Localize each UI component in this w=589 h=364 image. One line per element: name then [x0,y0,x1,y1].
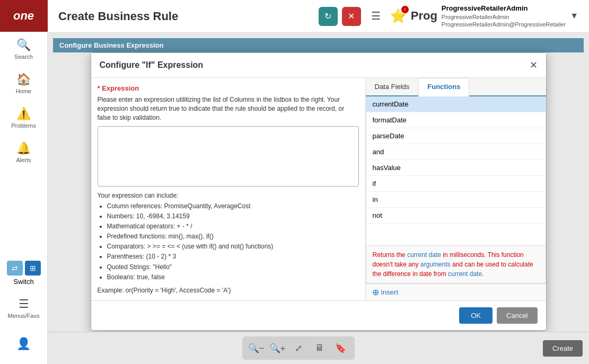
tabs-bar: Data Fields Functions [366,78,546,96]
logo-text: one [13,9,34,23]
menu-button[interactable]: ☰ [366,6,385,25]
header-user-area: ☰ ⭐ ! Prog ProgressiveRetailerAdmin Prog… [366,4,578,28]
tab-data-fields[interactable]: Data Fields [366,78,419,95]
content-area: Configure Business Expression Configure … [48,33,589,332]
function-description: Returns the current date in milliseconds… [366,246,546,283]
help-item: Parentheses: (10 - 2) * 3 [107,252,359,262]
user-name: ProgressiveRetailerAdmin [442,4,566,13]
functions-panel: Data Fields Functions currentDate format… [366,78,546,300]
expression-label: * Expression [98,84,359,92]
function-item-if[interactable]: if [366,176,546,192]
user-email: ProgressiveRetailerAdmin@ProgressiveReta… [442,21,566,28]
modal-body: * Expression Please enter an expression … [91,78,546,300]
cancel-button[interactable]: Cancel [497,307,537,324]
function-description-text: Returns the current date in milliseconds… [373,251,533,278]
sidebar-item-user-avatar[interactable]: 👤 [0,331,47,359]
function-item-not[interactable]: not [366,208,546,224]
insert-button[interactable]: ⊕ Insert [366,283,546,300]
bottom-icon-bar: 🔍− 🔍+ ⤢ 🖥 🔖 [242,336,355,360]
dropdown-arrow-icon[interactable]: ▼ [570,11,578,21]
function-item-in[interactable]: in [366,192,546,208]
plus-icon: ⊕ [372,287,379,297]
sidebar-item-label: Problems [11,122,36,129]
config-bar-label: Configure Business Expression [59,41,164,49]
modal-title: Configure "If" Expression [100,60,204,70]
notification-badge: ! [401,6,409,13]
user-info: ProgressiveRetailerAdmin ProgressiveReta… [442,4,566,28]
help-item: Numbers: 10, -6984, 3.14159 [107,211,359,221]
sidebar-item-menus[interactable]: ☰ Menus/Favs [0,291,47,325]
header: Create Business Rule ↻ ✕ ☰ ⭐ ! Prog Prog… [48,0,589,33]
help-item: Quoted Strings: "Hello" [107,262,359,272]
switch-icon-right[interactable]: ⊞ [25,261,41,276]
modal-footer: OK Cancel [91,300,546,330]
app-logo[interactable]: one [0,0,48,32]
prog-label: Prog [411,9,437,23]
fit-button[interactable]: ⤢ [289,339,308,358]
sidebar-item-search[interactable]: 🔍 Search [0,32,47,66]
home-icon: 🏠 [16,73,31,86]
zoom-in-button[interactable]: 🔍+ [268,339,287,358]
ok-button[interactable]: OK [459,307,493,324]
help-item: Mathematical operators: + - * / [107,221,359,232]
close-button[interactable]: ✕ [342,7,361,26]
page-title: Create Business Rule [58,10,319,23]
help-item: Booleans: true, false [107,272,359,282]
sidebar-item-label: Alerts [16,157,31,163]
help-item: Column references: PromiseQuantity, Aver… [107,201,359,211]
switch-icon-left[interactable]: ⇄ [7,261,23,276]
config-bar: Configure Business Expression [53,38,584,52]
header-actions: ↻ ✕ [319,7,361,26]
create-button[interactable]: Create [543,340,583,357]
function-item-parsedate[interactable]: parseDate [366,128,546,144]
help-title: Your expression can include: [98,192,359,199]
user-avatar-icon: 👤 [16,337,31,351]
help-section: Your expression can include: Column refe… [98,192,359,283]
sidebar-item-home[interactable]: 🏠 Home [0,66,47,101]
notification-bell[interactable]: ⭐ ! [390,8,407,24]
sidebar-item-label: Search [14,54,33,60]
sidebar-item-label: Home [16,88,31,94]
screen-button[interactable]: 🖥 [310,339,329,358]
help-item: Comparators: > >= = <= < (use with if() … [107,242,359,252]
help-list: Column references: PromiseQuantity, Aver… [98,201,359,283]
function-item-hasvalue[interactable]: hasValue [366,160,546,176]
insert-label: Insert [381,288,399,296]
refresh-button[interactable]: ↻ [319,7,338,26]
zoom-out-button[interactable]: 🔍− [247,339,266,358]
modal: Configure "If" Expression ✕ * Expression… [91,52,547,331]
sidebar-item-alerts[interactable]: 🔔 Alerts [0,135,47,170]
expression-panel: * Expression Please enter an expression … [91,78,366,300]
sidebar-switch-area: ⇄ ⊞ Switch [7,261,41,286]
function-item-and[interactable]: and [366,144,546,160]
modal-close-button[interactable]: ✕ [530,59,538,71]
switch-icon-group: ⇄ ⊞ [7,261,41,276]
functions-list: currentDate formatDate parseDate and has… [366,96,546,246]
function-item-formatdate[interactable]: formatDate [366,112,546,128]
help-item: Predefined functions: min(), max(), if() [107,232,359,242]
main-content: Create Business Rule ↻ ✕ ☰ ⭐ ! Prog Prog… [48,0,589,364]
user-sub: ProgressiveRetailerAdmin [442,13,566,21]
menus-icon: ☰ [19,297,29,311]
modal-header: Configure "If" Expression ✕ [91,53,546,78]
tab-functions[interactable]: Functions [418,78,469,96]
bookmark-button[interactable]: 🔖 [331,339,350,358]
expression-input[interactable] [98,126,359,186]
sidebar-item-label: Switch [13,278,33,286]
warning-icon: ⚠️ [16,107,31,121]
sidebar-item-problems[interactable]: ⚠️ Problems [0,101,47,135]
sidebar-item-label: Menus/Favs [8,313,40,319]
example-text: Example: or(Priority = 'High', AccessCod… [98,287,359,294]
bottom-bar: 🔍− 🔍+ ⤢ 🖥 🔖 Create [48,332,589,364]
bell-icon: 🔔 [16,141,31,155]
expression-description: Please enter an expression utilitizing t… [98,95,359,122]
function-item-currentdate[interactable]: currentDate [366,96,546,112]
sidebar: one 🔍 Search 🏠 Home ⚠️ Problems 🔔 Alerts… [0,0,48,364]
search-icon: 🔍 [16,38,31,52]
